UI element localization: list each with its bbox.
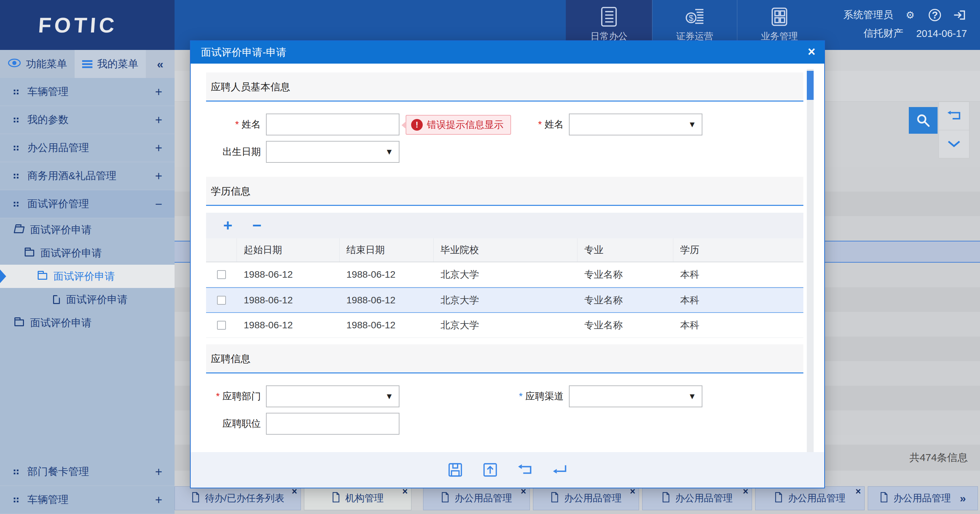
cell-start-date: 1988-06-12 (237, 262, 340, 287)
bottom-tab-bar: 待办/已办任务列表 × » 机构管理 × » (175, 486, 980, 510)
tab-label: 功能菜单 (26, 57, 67, 71)
apply-dept-dropdown[interactable]: ▼ (266, 386, 399, 407)
sidebar-group[interactable]: 我的参数 + (0, 106, 175, 134)
expand-toggle[interactable]: + (155, 85, 162, 99)
page-tab[interactable]: 办公用品管理 × » (755, 486, 865, 510)
caret-down-icon: ▼ (385, 141, 393, 162)
tab-function-menu[interactable]: 功能菜单 (0, 50, 75, 78)
sidebar-spacer (0, 335, 175, 458)
apply-dept-label: *应聘部门 (199, 386, 261, 407)
education-row[interactable]: 1988-06-12 1988-06-12 北京大学 专业名称 本科 (206, 262, 803, 287)
menu-tree: 面试评价申请 面试评价申请 面试评价申请 面试评价申请 (0, 218, 175, 335)
education-row[interactable]: 1988-06-12 1988-06-12 北京大学 专业名称 本科 (206, 313, 803, 338)
settings-icon[interactable]: ⚙ (903, 8, 918, 22)
apply-channel-dropdown[interactable]: ▼ (569, 386, 702, 407)
dialog-title: 面试评价申请-申请 (201, 41, 286, 63)
cell-major: 专业名称 (578, 288, 673, 312)
sidebar: 功能菜单 我的菜单 « 车辆管理 + 我的参数 + (0, 50, 175, 514)
page-tab[interactable]: 机构管理 × » (304, 486, 412, 510)
tree-node[interactable]: 面试评价申请 (0, 288, 175, 311)
menu-icon (82, 60, 92, 62)
name2-dropdown[interactable]: ▼ (569, 114, 702, 135)
page-tab[interactable]: 待办/已办任务列表 × » (175, 486, 301, 510)
expand-toggle[interactable]: − (155, 197, 162, 211)
logout-icon[interactable] (952, 8, 967, 22)
cell-major: 专业名称 (578, 313, 673, 338)
grid-dots-icon (14, 202, 19, 206)
bottom-strip (175, 510, 980, 514)
expand-toggle[interactable]: + (155, 141, 162, 155)
education-row[interactable]: 1988-06-12 1988-06-12 北京大学 专业名称 本科 (206, 287, 803, 313)
scrollbar-thumb[interactable] (807, 71, 814, 100)
collapse-sidebar-button[interactable]: « (146, 50, 175, 78)
column-end-date: 结束日期 (340, 238, 434, 262)
expand-toggle[interactable]: + (155, 169, 162, 183)
apply-channel-label: *应聘渠道 (488, 386, 564, 407)
reset-button[interactable] (939, 102, 969, 130)
sidebar-group[interactable]: 商务用酒&礼品管理 + (0, 162, 175, 190)
tree-node[interactable]: 面试评价申请 (0, 241, 175, 265)
dialog-header[interactable]: 面试评价申请-申请 × (191, 41, 824, 63)
sidebar-group[interactable]: 面试评价管理 − (0, 190, 175, 218)
remove-row-button[interactable]: − (252, 213, 261, 238)
save-icon (448, 462, 463, 478)
close-dialog-icon[interactable]: × (808, 41, 815, 62)
save-button[interactable] (447, 462, 463, 478)
row-checkbox[interactable] (217, 270, 226, 279)
expand-search-button[interactable] (939, 130, 969, 158)
name-input[interactable] (266, 114, 399, 135)
cell-end-date: 1988-06-12 (340, 288, 434, 312)
undo-button[interactable] (517, 462, 533, 478)
tree-node-label: 面试评价申请 (40, 246, 102, 260)
current-date: 2014-06-17 (916, 28, 967, 39)
row-checkbox[interactable] (217, 296, 226, 305)
cell-start-date: 1988-06-12 (237, 313, 340, 338)
help-icon[interactable]: ? (927, 8, 942, 22)
apply-position-input[interactable] (266, 413, 399, 435)
expand-toggle[interactable]: + (155, 113, 162, 127)
document-icon (880, 492, 888, 505)
page-tab[interactable]: 办公用品管理 × » (642, 486, 752, 510)
cell-degree: 本科 (673, 288, 803, 312)
education-table-header: 起始日期 结束日期 毕业院校 专业 学历 (206, 238, 803, 262)
expand-toggle[interactable]: + (155, 493, 162, 507)
birth-date-dropdown[interactable]: ▼ (266, 141, 399, 163)
sidebar-group[interactable]: 办公用品管理 + (0, 134, 175, 162)
page-tab[interactable]: 办公用品管理 × » (533, 486, 639, 510)
eye-icon (8, 58, 21, 70)
tab-label: 办公用品管理 (564, 492, 622, 505)
sidebar-group[interactable]: 车辆管理 + (0, 78, 175, 106)
tree-node[interactable]: 面试评价申请 (0, 311, 175, 335)
required-mark: * (519, 391, 523, 401)
row-checkbox[interactable] (217, 321, 226, 330)
sidebar-group[interactable]: 车辆管理 + (0, 486, 175, 514)
apps-icon (737, 5, 821, 29)
tree-node[interactable]: 面试评价申请 (0, 265, 175, 288)
document-icon (441, 492, 449, 505)
enter-button[interactable] (552, 462, 568, 478)
chevron-down-icon (947, 140, 961, 148)
dialog-scrollbar[interactable] (807, 69, 814, 452)
group-label: 车辆管理 (27, 493, 155, 507)
document-icon (550, 492, 558, 505)
dialog-footer (191, 452, 824, 488)
cell-degree: 本科 (673, 262, 803, 287)
expand-toggle[interactable]: + (155, 465, 162, 479)
securities-icon: $ (652, 5, 737, 29)
grid-dots-icon (14, 470, 19, 474)
page-tab[interactable]: 办公用品管理 × » (868, 486, 978, 510)
tab-label: 办公用品管理 (893, 492, 951, 505)
page-tab[interactable]: 办公用品管理 × » (423, 486, 530, 510)
column-school: 毕业院校 (434, 238, 578, 262)
upload-button[interactable] (482, 462, 498, 478)
tab-overflow-icon[interactable]: » (960, 492, 966, 505)
required-mark: * (216, 391, 220, 401)
tab-my-menu[interactable]: 我的菜单 (75, 50, 146, 78)
close-tab-icon[interactable]: × (855, 487, 861, 496)
sidebar-group[interactable]: 部门餐卡管理 + (0, 458, 175, 486)
user-role: 系统管理员 (843, 8, 893, 22)
required-mark: * (235, 119, 239, 130)
search-button[interactable] (909, 107, 937, 134)
tree-node[interactable]: 面试评价申请 (0, 218, 175, 241)
add-row-button[interactable]: + (223, 213, 232, 238)
